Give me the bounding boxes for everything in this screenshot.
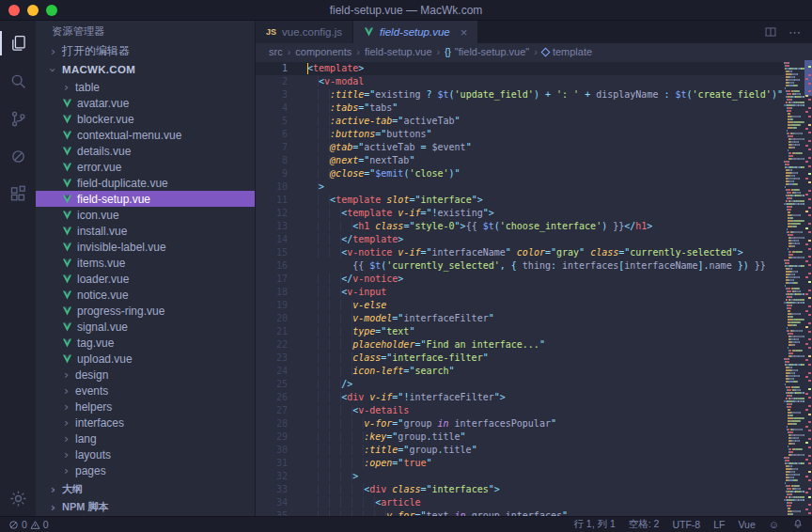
zoom-window-button[interactable] bbox=[46, 5, 57, 16]
code-line[interactable]: 29 :key="group.title" bbox=[256, 430, 784, 444]
status-item[interactable]: 行 1, 列 1 bbox=[573, 518, 615, 531]
code-line[interactable]: 27 <v-details bbox=[256, 404, 784, 417]
tree-item-progress-ring.vue[interactable]: progress-ring.vue bbox=[36, 303, 255, 319]
extensions-icon[interactable] bbox=[0, 175, 36, 212]
code-line[interactable]: 24 icon-left="search" bbox=[256, 365, 784, 378]
code-line[interactable]: 11 <template slot="interface"> bbox=[256, 194, 784, 207]
code-line[interactable]: 14 </template> bbox=[256, 233, 784, 246]
code-line[interactable]: 20 v-model="interfaceFilter" bbox=[256, 312, 784, 325]
code-line[interactable]: 1<template> bbox=[256, 62, 784, 75]
code-line[interactable]: 19 v-else bbox=[256, 299, 784, 312]
status-item[interactable]: LF bbox=[713, 519, 725, 530]
code-line[interactable]: 17 </v-notice> bbox=[256, 273, 784, 286]
code-line[interactable]: 15 <v-notice v-if="interfaceName" color=… bbox=[256, 246, 784, 259]
tree-item-error.vue[interactable]: error.vue bbox=[36, 159, 255, 175]
tree-item-install.vue[interactable]: install.vue bbox=[36, 223, 255, 239]
search-icon[interactable] bbox=[0, 62, 36, 100]
tree-item-signal.vue[interactable]: signal.vue bbox=[36, 319, 255, 335]
code-line[interactable]: 32 > bbox=[256, 470, 784, 483]
outline-section[interactable]: › 大纲 bbox=[36, 480, 255, 498]
code-line[interactable]: 5 :active-tab="activeTab" bbox=[256, 115, 784, 128]
tree-item-contextual-menu.vue[interactable]: contextual-menu.vue bbox=[36, 127, 255, 143]
line-number: 9 bbox=[256, 167, 288, 180]
tab-field-setup.vue[interactable]: field-setup.vue× bbox=[353, 21, 478, 43]
status-item[interactable]: UTF-8 bbox=[672, 519, 700, 530]
code-line[interactable]: 2 <v-modal bbox=[256, 75, 784, 88]
code-line[interactable]: 9 @close="$emit('close')" bbox=[256, 167, 784, 180]
tree-item-blocker.vue[interactable]: blocker.vue bbox=[36, 111, 255, 127]
line-number: 19 bbox=[256, 299, 288, 312]
tree-item-field-setup.vue[interactable]: field-setup.vue bbox=[36, 191, 255, 207]
tree-item-lang[interactable]: ›lang bbox=[36, 430, 255, 446]
code-line[interactable]: 25 /> bbox=[256, 378, 784, 391]
tree-item-field-duplicate.vue[interactable]: field-duplicate.vue bbox=[36, 175, 255, 191]
tree-item-items.vue[interactable]: items.vue bbox=[36, 255, 255, 271]
code-line[interactable]: 35 v-for="text in group.interfaces" bbox=[256, 509, 784, 516]
tree-item-table[interactable]: ›table bbox=[36, 79, 255, 95]
breadcrumb-item[interactable]: src bbox=[269, 46, 283, 57]
breadcrumb-item[interactable]: {}"field-setup.vue" bbox=[445, 46, 529, 57]
source-control-icon[interactable] bbox=[0, 100, 36, 137]
breadcrumb-item[interactable]: field-setup.vue bbox=[365, 46, 432, 57]
tree-item-events[interactable]: ›events bbox=[36, 383, 255, 399]
tree-item-interfaces[interactable]: ›interfaces bbox=[36, 415, 255, 430]
code-line[interactable]: 23 class="interface-filter" bbox=[256, 352, 784, 365]
minimize-window-button[interactable] bbox=[27, 5, 39, 16]
split-editor-icon[interactable] bbox=[764, 25, 777, 39]
code-line[interactable]: 6 :buttons="buttons" bbox=[256, 128, 784, 141]
code-line[interactable]: 12 <template v-if="!existing"> bbox=[256, 207, 784, 220]
tree-item-helpers[interactable]: ›helpers bbox=[36, 399, 255, 415]
file-name: loader.vue bbox=[77, 273, 129, 286]
code-editor[interactable]: 1<template>2 <v-modal3 :title="existing … bbox=[256, 60, 784, 516]
tree-item-icon.vue[interactable]: icon.vue bbox=[36, 207, 255, 223]
npm-scripts-section[interactable]: › NPM 脚本 bbox=[36, 498, 255, 516]
tree-item-invisible-label.vue[interactable]: invisible-label.vue bbox=[36, 239, 255, 255]
code-line[interactable]: 8 @next="nextTab" bbox=[256, 154, 784, 167]
code-line[interactable]: 7 @tab="activeTab = $event" bbox=[256, 141, 784, 154]
close-icon[interactable]: × bbox=[461, 25, 468, 39]
code-line[interactable]: 4 :tabs="tabs" bbox=[256, 102, 784, 115]
tree-item-pages[interactable]: ›pages bbox=[36, 462, 255, 478]
code-line[interactable]: 16 {{ $t('currently_selected', { thing: … bbox=[256, 259, 784, 273]
debug-icon[interactable] bbox=[0, 137, 36, 175]
code-line[interactable]: 34 <article bbox=[256, 496, 784, 509]
code-line[interactable]: 18 <v-input bbox=[256, 286, 784, 299]
tree-item-upload.vue[interactable]: upload.vue bbox=[36, 351, 255, 367]
feedback-icon[interactable]: ☺ bbox=[769, 519, 779, 530]
minimap[interactable] bbox=[784, 60, 804, 516]
problems-indicator[interactable]: 0 0 bbox=[8, 519, 49, 530]
code-line[interactable]: 13 <h1 class="style-0">{{ $t('choose_int… bbox=[256, 220, 784, 233]
code-line[interactable]: 10 > bbox=[256, 180, 784, 194]
tree-item-design[interactable]: ›design bbox=[36, 367, 255, 383]
code-line[interactable]: 22 placeholder="Find an interface..." bbox=[256, 338, 784, 352]
breadcrumb-item[interactable]: template bbox=[542, 46, 592, 57]
tree-item-tag.vue[interactable]: tag.vue bbox=[36, 335, 255, 351]
open-editors-section[interactable]: › 打开的编辑器 bbox=[36, 41, 255, 60]
more-actions-icon[interactable]: ⋯ bbox=[789, 25, 801, 39]
code-line[interactable]: 21 type="text" bbox=[256, 325, 784, 338]
tree-item-details.vue[interactable]: details.vue bbox=[36, 143, 255, 159]
breadcrumb-item[interactable]: components bbox=[295, 46, 351, 57]
status-item[interactable]: 空格: 2 bbox=[629, 518, 660, 531]
status-item[interactable]: Vue bbox=[738, 519, 755, 530]
tree-item-notice.vue[interactable]: notice.vue bbox=[36, 287, 255, 303]
code-line[interactable]: 31 :open="true" bbox=[256, 457, 784, 470]
notifications-bell-icon[interactable] bbox=[792, 519, 804, 530]
close-window-button[interactable] bbox=[8, 5, 20, 16]
overview-ruler[interactable] bbox=[804, 60, 812, 516]
file-name: pages bbox=[75, 464, 106, 477]
code-line[interactable]: 28 v-for="group in interfacesPopular" bbox=[256, 417, 784, 430]
tab-vue.config.js[interactable]: JSvue.config.js bbox=[256, 21, 353, 43]
code-line[interactable]: 33 <div class="interfaces"> bbox=[256, 483, 784, 496]
settings-gear-icon[interactable] bbox=[0, 480, 36, 516]
code-line[interactable]: 3 :title="existing ? $t('update_field') … bbox=[256, 88, 784, 102]
explorer-icon[interactable] bbox=[0, 24, 36, 62]
tree-item-loader.vue[interactable]: loader.vue bbox=[36, 271, 255, 287]
code-line[interactable]: 30 :title="group.title" bbox=[256, 444, 784, 457]
chevron-right-icon: › bbox=[437, 46, 441, 57]
tree-item-layouts[interactable]: ›layouts bbox=[36, 446, 255, 462]
code-line[interactable]: 26 <div v-if="!interfaceFilter"> bbox=[256, 391, 784, 404]
workspace-root[interactable]: › MACWK.COM bbox=[36, 60, 255, 79]
tree-item-avatar.vue[interactable]: avatar.vue bbox=[36, 95, 255, 111]
line-number: 34 bbox=[256, 496, 288, 509]
